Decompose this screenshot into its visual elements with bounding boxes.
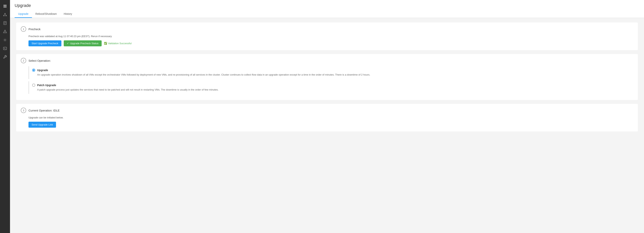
sidebar-item-tools[interactable]	[1, 53, 9, 61]
step-2-header: 2 Select Operation:	[21, 58, 633, 63]
svg-point-15	[5, 32, 5, 32]
svg-point-4	[4, 13, 6, 14]
validation-icon: ✅	[104, 42, 107, 45]
tab-history[interactable]: History	[60, 10, 76, 18]
svg-line-7	[4, 14, 5, 15]
svg-rect-2	[4, 6, 5, 8]
precheck-info-text: Precheck was validated at Aug 11 07:40:2…	[21, 35, 633, 38]
patch-upgrade-option-description: A patch upgrade process just updates the…	[37, 88, 630, 92]
svg-line-8	[5, 14, 6, 15]
step-3-header: 3 Current Operation: IDLE	[21, 108, 633, 113]
main-content: Upgrade Upgrade Reboot/Shutdown History …	[10, 0, 644, 233]
upgrade-radio[interactable]	[32, 69, 35, 72]
upgrade-option-header: Upgrade	[32, 69, 630, 72]
check-icon: ✓	[67, 42, 69, 45]
step-1-number: 1	[21, 26, 26, 32]
upgrade-option-label: Upgrade	[37, 69, 48, 72]
step-3-section: 3 Current Operation: IDLE Upgrade can be…	[16, 104, 638, 132]
step-2-title: Select Operation:	[28, 59, 51, 62]
svg-point-6	[6, 15, 7, 16]
precheck-actions: Start Upgrade Precheck ✓ Upgrade Prechec…	[21, 40, 633, 46]
patch-upgrade-option-header: Patch Upgrade	[32, 84, 630, 87]
current-op-actions: Send Upgrade Link	[21, 122, 633, 128]
validation-success-badge: ✅ Validation Successful	[104, 42, 132, 45]
upgrade-option: Upgrade An upgrade operation involves sh…	[28, 66, 633, 79]
tab-upgrade[interactable]: Upgrade	[15, 10, 32, 18]
content-area: 1 Precheck Precheck was validated at Aug…	[10, 18, 644, 233]
step-3-title: Current Operation: IDLE	[28, 109, 60, 112]
step-2-section: 2 Select Operation: Upgrade An upgrade o…	[16, 54, 638, 100]
step-1-section: 1 Precheck Precheck was validated at Aug…	[16, 22, 638, 50]
validation-text: Validation Successful	[108, 42, 132, 45]
step-2-number: 2	[21, 58, 26, 63]
page-title: Upgrade	[15, 3, 640, 8]
svg-point-16	[4, 40, 6, 40]
operation-options: Upgrade An upgrade operation involves sh…	[21, 66, 633, 94]
sidebar-item-settings[interactable]	[1, 36, 9, 44]
step-3-number: 3	[21, 108, 26, 113]
sidebar-item-console[interactable]	[1, 45, 9, 52]
svg-point-5	[3, 15, 4, 16]
page-header: Upgrade Upgrade Reboot/Shutdown History	[10, 0, 644, 18]
send-upgrade-link-button[interactable]: Send Upgrade Link	[28, 122, 56, 128]
sidebar-item-topology[interactable]	[1, 11, 9, 18]
tabs: Upgrade Reboot/Shutdown History	[15, 10, 640, 18]
step-1-header: 1 Precheck	[21, 26, 633, 32]
upgrade-option-description: An upgrade operation involves shutdown o…	[37, 73, 630, 77]
start-upgrade-precheck-button[interactable]: Start Upgrade Precheck	[28, 40, 62, 46]
sidebar	[0, 0, 10, 233]
upgrade-precheck-status-button[interactable]: ✓ Upgrade Precheck Status	[64, 40, 102, 46]
step-1-title: Precheck	[28, 27, 40, 31]
patch-upgrade-radio[interactable]	[32, 84, 35, 87]
precheck-status-label: Upgrade Precheck Status	[70, 42, 98, 45]
svg-rect-3	[5, 6, 6, 8]
sidebar-item-reports[interactable]	[1, 19, 9, 27]
tab-reboot-shutdown[interactable]: Reboot/Shutdown	[32, 10, 60, 18]
sidebar-item-alerts[interactable]	[1, 28, 9, 35]
svg-rect-1	[5, 5, 6, 6]
current-op-info-text: Upgrade can be initiated below.	[21, 116, 633, 119]
svg-rect-0	[4, 5, 5, 6]
patch-upgrade-option: Patch Upgrade A patch upgrade process ju…	[28, 81, 633, 94]
patch-upgrade-option-label: Patch Upgrade	[37, 84, 56, 87]
sidebar-item-dashboard[interactable]	[1, 2, 9, 10]
